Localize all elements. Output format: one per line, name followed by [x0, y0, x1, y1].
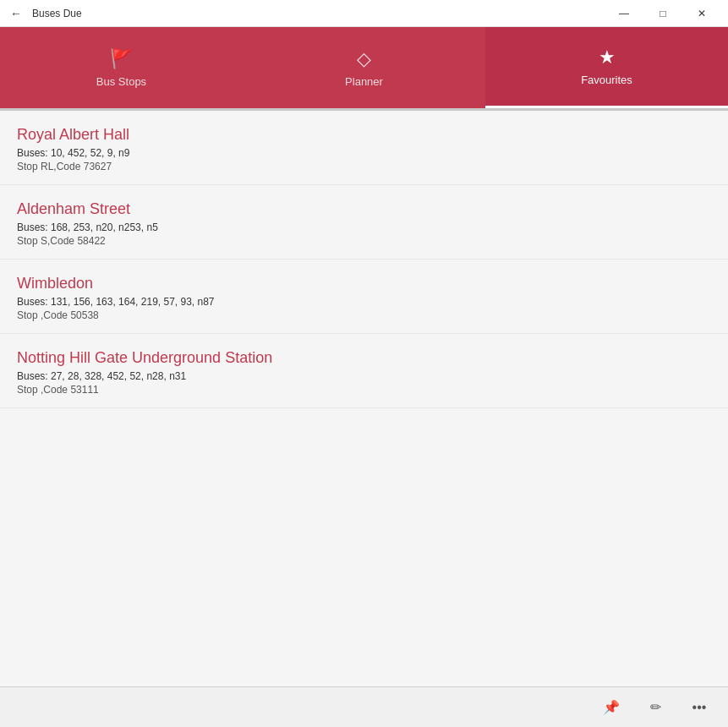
- app-title: Buses Due: [32, 8, 82, 19]
- favourite-name: Aldenham Street: [17, 200, 711, 218]
- favourite-name: Wimbledon: [17, 275, 711, 292]
- window-controls: — □ ✕: [605, 0, 721, 27]
- title-bar: ← Buses Due — □ ✕: [0, 0, 728, 27]
- navigation-tabs: 🚩 Bus Stops ◇ Planner ★ Favourites: [0, 27, 728, 108]
- favourite-buses: Buses: 131, 156, 163, 164, 219, 57, 93, …: [17, 296, 711, 308]
- favourite-buses: Buses: 168, 253, n20, n253, n5: [17, 221, 711, 233]
- back-button[interactable]: ←: [7, 3, 25, 24]
- bottom-bar: 📌 ✏ •••: [0, 686, 728, 727]
- edit-icon: ✏: [650, 699, 661, 715]
- planner-icon: ◇: [357, 48, 371, 70]
- main-content: Royal Albert HallBuses: 10, 452, 52, 9, …: [0, 111, 728, 686]
- favourite-buses: Buses: 10, 452, 52, 9, n9: [17, 147, 711, 159]
- tab-bus-stops[interactable]: 🚩 Bus Stops: [0, 27, 243, 108]
- favourite-stop: Stop ,Code 53111: [17, 384, 711, 396]
- pin-icon: 📌: [603, 699, 620, 715]
- bus-stops-icon: 🚩: [110, 48, 133, 70]
- favourite-name: Notting Hill Gate Underground Station: [17, 349, 711, 367]
- edit-button[interactable]: ✏: [637, 692, 674, 723]
- minimize-button[interactable]: —: [605, 0, 643, 27]
- favourite-item[interactable]: Aldenham StreetBuses: 168, 253, n20, n25…: [0, 185, 728, 260]
- favourite-item[interactable]: WimbledonBuses: 131, 156, 163, 164, 219,…: [0, 260, 728, 334]
- favourite-buses: Buses: 27, 28, 328, 452, 52, n28, n31: [17, 370, 711, 382]
- tab-planner[interactable]: ◇ Planner: [243, 27, 485, 108]
- close-button[interactable]: ✕: [682, 0, 721, 27]
- more-icon: •••: [692, 700, 707, 715]
- pin-button[interactable]: 📌: [593, 692, 630, 723]
- title-bar-left: ← Buses Due: [7, 3, 82, 24]
- tab-favourites[interactable]: ★ Favourites: [485, 27, 728, 108]
- favourite-stop: Stop RL,Code 73627: [17, 161, 711, 172]
- favourite-stop: Stop ,Code 50538: [17, 309, 711, 321]
- favourite-item[interactable]: Royal Albert HallBuses: 10, 452, 52, 9, …: [0, 111, 728, 185]
- favourites-icon: ★: [599, 46, 616, 68]
- bus-stops-label: Bus Stops: [96, 75, 146, 88]
- favourites-label: Favourites: [581, 74, 632, 86]
- favourite-item[interactable]: Notting Hill Gate Underground StationBus…: [0, 334, 728, 408]
- planner-label: Planner: [345, 75, 383, 88]
- favourite-stop: Stop S,Code 58422: [17, 235, 711, 247]
- favourite-name: Royal Albert Hall: [17, 126, 711, 144]
- maximize-button[interactable]: □: [643, 0, 682, 27]
- more-button[interactable]: •••: [681, 692, 718, 723]
